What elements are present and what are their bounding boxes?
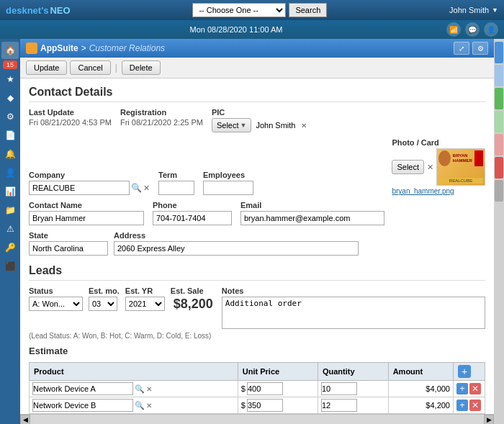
chat-icon[interactable]: 💬 [465,22,480,37]
lead-status-field: Status A: Won... [29,287,83,311]
settings-button[interactable]: ⚙ [472,42,488,55]
delete-button[interactable]: Delete [122,60,161,75]
estimate-title: Estimate [29,346,68,356]
sidebar-icon-document[interactable]: 📄 [1,127,19,144]
logo-highlight: NEO [50,5,70,16]
term-input[interactable] [158,181,194,195]
top-bar: desknet'sNEO -- Choose One -- Search Joh… [0,0,504,20]
sidebar-icon-user[interactable]: 👤 [1,164,19,181]
estimate-table: Product Unit Price Quantity Amount + [29,362,485,414]
est-sale-field: Est. Sale $8,200 [171,287,216,312]
lead-status-hint: (Lead Status: A: Won, B: Hot, C: Warm, D… [29,332,485,340]
main-layout: 🏠 15 ★ ◆ ⚙ 📄 🔔 👤 📊 📁 ⚠ 🔑 ⬛ AppSuite > Cu… [0,39,504,424]
right-tab-2[interactable] [495,65,503,86]
row-actions-cell: + ✕ [454,397,485,414]
company-input[interactable] [29,181,130,195]
update-button[interactable]: Update [26,60,67,75]
sidebar-icon-folder[interactable]: 📁 [1,202,19,219]
company-clear-icon[interactable]: ✕ [143,184,150,193]
scroll-track[interactable] [30,415,484,424]
breadcrumb-app[interactable]: AppSuite [40,43,78,53]
product-search-icon[interactable]: 🔍 [135,401,145,410]
sidebar-icon-diamond[interactable]: ◆ [1,89,19,107]
unit-price-input[interactable] [247,382,283,395]
right-tab-5[interactable] [495,134,503,155]
quantity-input[interactable] [321,382,357,395]
company-search-icon[interactable]: 🔍 [131,183,142,193]
sidebar-icon-settings[interactable]: ⚙ [1,108,19,125]
right-tab-4[interactable] [495,111,503,132]
expand-button[interactable]: ⤢ [454,42,469,55]
quantity-input[interactable] [321,399,357,412]
scroll-right-arrow[interactable]: ▶ [484,415,494,425]
pic-select-button[interactable]: Select ▼ [212,118,252,132]
row-actions-cell: + ✕ [454,381,485,397]
product-search-icon[interactable]: 🔍 [135,384,145,394]
col-amount: Amount [388,363,453,381]
pic-field: PIC Select ▼ John Smith ✕ [212,108,307,132]
search-dropdown[interactable]: -- Choose One -- [192,3,286,17]
pic-remove-icon[interactable]: ✕ [301,122,307,130]
state-input[interactable] [29,241,108,256]
employees-label: Employees [203,171,253,179]
user-dropdown-arrow[interactable]: ▼ [492,6,498,14]
right-tab-1[interactable] [495,42,503,63]
sidebar-icon-warning[interactable]: ⚠ [1,220,19,238]
address-input[interactable] [114,241,359,256]
wifi-icon[interactable]: 📶 [446,22,461,37]
photo-remove-icon[interactable]: ✕ [427,163,433,172]
scroll-left-arrow[interactable]: ◀ [20,415,30,425]
est-mo-select[interactable]: 03 [89,297,117,311]
photo-filename-link[interactable]: bryan_hammer.png [392,187,485,195]
bottom-scrollbar[interactable]: ◀ ▶ [20,414,494,424]
quantity-cell [318,397,388,414]
col-product: Product [30,363,238,381]
row-remove-button[interactable]: ✕ [469,400,481,411]
photo-card-label: Photo / Card [392,138,485,147]
est-sale-value: $8,200 [171,297,216,312]
notes-textarea[interactable] [222,297,485,329]
est-yr-label: Est. YR [125,287,165,295]
datetime-display: Mon 08/28/2020 11:00 AM [189,25,282,34]
product-cell: 🔍 ✕ [30,397,238,414]
last-update-field: Last Update Fri 08/21/2020 4:53 PM [29,108,112,127]
row-add-button[interactable]: + [456,400,468,411]
unit-price-cell: $ [238,381,318,397]
breadcrumb-actions: ⤢ ⚙ [454,42,488,55]
product-input[interactable] [32,382,133,395]
sidebar-icon-key[interactable]: 🔑 [1,239,19,256]
search-button[interactable]: Search [289,3,327,17]
product-clear-icon[interactable]: ✕ [146,385,152,393]
sidebar-icon-chart[interactable]: 📊 [1,183,19,200]
contact-name-input[interactable] [29,211,144,225]
email-input[interactable] [240,211,384,225]
row-add-button[interactable]: + [456,383,468,394]
right-tab-6[interactable] [495,157,503,179]
add-row-button[interactable]: + [458,365,471,378]
right-tab-7[interactable] [495,180,503,202]
est-yr-select[interactable]: 2021 [125,297,165,311]
phone-input[interactable] [153,211,232,225]
dollar-sign: $ [241,384,246,393]
row-remove-button[interactable]: ✕ [469,383,481,394]
meta-info-row: Last Update Fri 08/21/2020 4:53 PM Regis… [29,108,485,132]
sidebar-icon-home[interactable]: 🏠 [1,42,19,59]
sidebar-icon-block[interactable]: ⬛ [1,258,19,275]
right-tab-3[interactable] [495,88,503,109]
leads-controls-row: Status A: Won... Est. mo. 03 Est. YR 202… [29,287,485,329]
profile-icon[interactable]: 👤 [484,22,498,37]
photo-select-button[interactable]: Select [392,160,424,174]
phone-label: Phone [153,201,232,209]
unit-price-input[interactable] [247,399,283,412]
product-input[interactable] [32,399,133,412]
contact-details-title: Contact Details [29,86,485,102]
product-clear-icon[interactable]: ✕ [146,402,152,410]
scroll-content[interactable]: Contact Details Last Update Fri 08/21/20… [20,78,494,414]
left-sidebar: 🏠 15 ★ ◆ ⚙ 📄 🔔 👤 📊 📁 ⚠ 🔑 ⬛ [0,39,20,424]
col-unit-price: Unit Price [238,363,318,381]
sidebar-icon-bell[interactable]: 🔔 [1,145,19,163]
employees-input[interactable] [203,181,253,195]
cancel-button[interactable]: Cancel [70,60,110,75]
sidebar-icon-star[interactable]: ★ [1,71,19,88]
lead-status-select[interactable]: A: Won... [29,297,83,311]
